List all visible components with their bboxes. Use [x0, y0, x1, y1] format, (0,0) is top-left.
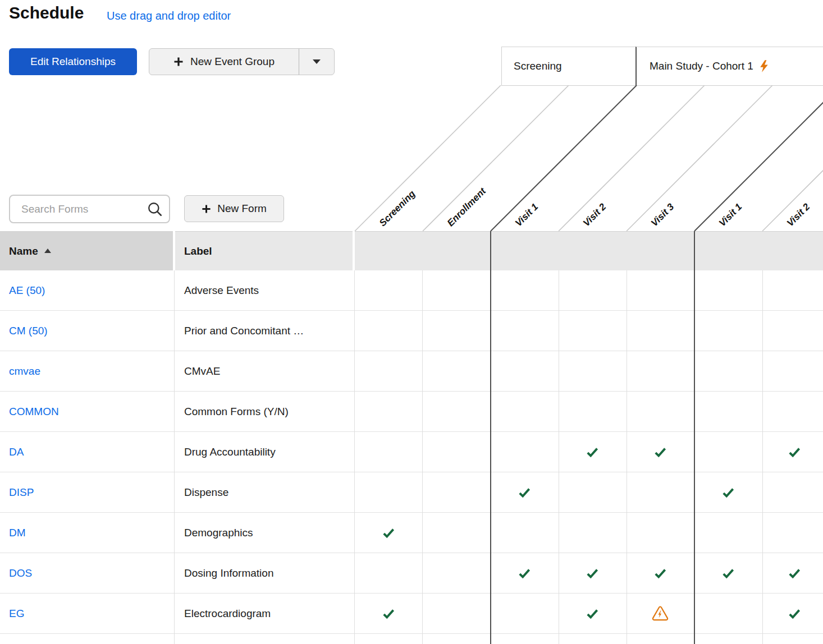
schedule-cell[interactable] [774, 432, 815, 472]
form-label: Common Forms (Y/N) [184, 392, 289, 431]
schedule-cell[interactable] [572, 513, 612, 553]
column-header-label[interactable]: Label [175, 231, 353, 270]
grid-line [762, 270, 763, 644]
schedule-cell[interactable] [708, 472, 748, 512]
check-icon [653, 567, 667, 580]
event-group-header-main-study[interactable]: Main Study - Cohort 1 [635, 47, 823, 86]
schedule-cell[interactable] [708, 270, 748, 310]
column-header-label-label: Label [184, 245, 212, 257]
form-name-link[interactable]: cmvae [9, 351, 40, 391]
schedule-cell[interactable] [436, 513, 477, 553]
schedule-cell[interactable] [436, 351, 477, 391]
schedule-cell[interactable] [504, 392, 545, 431]
table-row: DM Demographics [0, 513, 823, 553]
search-icon [147, 201, 163, 217]
schedule-cell[interactable] [640, 472, 680, 512]
form-name-link[interactable]: AE (50) [9, 270, 45, 310]
table-row: EG Electrocardiogram [0, 594, 823, 634]
new-event-group-button[interactable]: New Event Group [149, 49, 299, 75]
schedule-cell[interactable] [368, 392, 409, 431]
schedule-cell[interactable] [504, 594, 545, 633]
schedule-cell[interactable] [504, 311, 545, 351]
schedule-cell[interactable] [504, 351, 545, 391]
schedule-cell[interactable] [640, 311, 680, 351]
schedule-cell[interactable] [708, 432, 748, 472]
schedule-cell[interactable] [504, 553, 545, 593]
schedule-cell[interactable] [368, 513, 409, 553]
grid-line [174, 270, 175, 644]
search-input[interactable] [9, 195, 170, 223]
form-name-link[interactable]: DOS [9, 553, 32, 593]
schedule-cell[interactable] [572, 270, 612, 310]
schedule-cell[interactable] [436, 392, 477, 431]
schedule-cell[interactable] [708, 594, 748, 633]
schedule-cell[interactable] [640, 392, 680, 431]
schedule-cell[interactable] [504, 513, 545, 553]
check-icon [518, 567, 531, 580]
schedule-cell[interactable] [640, 351, 680, 391]
schedule-cell[interactable] [436, 270, 477, 310]
schedule-cell[interactable] [368, 311, 409, 351]
form-name-link[interactable]: COMMON [9, 392, 59, 431]
form-name-link[interactable]: EG [9, 594, 24, 633]
schedule-cell[interactable] [708, 513, 748, 553]
schedule-cell[interactable] [504, 432, 545, 472]
edit-relationships-button[interactable]: Edit Relationships [9, 48, 137, 75]
form-name-link[interactable]: DISP [9, 472, 34, 512]
schedule-cell[interactable] [640, 594, 680, 633]
schedule-cell[interactable] [708, 311, 748, 351]
group-divider-line [490, 231, 491, 644]
column-header-name[interactable]: Name [0, 231, 173, 270]
schedule-cell[interactable] [572, 392, 612, 431]
schedule-cell[interactable] [436, 311, 477, 351]
schedule-cell[interactable] [774, 472, 815, 512]
schedule-cell[interactable] [572, 311, 612, 351]
table-row: DA Drug Accountability [0, 432, 823, 472]
alert-bolt-icon [760, 60, 769, 72]
schedule-cell[interactable] [640, 553, 680, 593]
warning-icon [652, 606, 669, 622]
schedule-cell[interactable] [572, 351, 612, 391]
event-group-header-screening[interactable]: Screening [501, 47, 635, 86]
table-row-partial [0, 634, 823, 644]
schedule-cell[interactable] [368, 351, 409, 391]
form-name-link[interactable]: DM [9, 513, 26, 553]
schedule-cell[interactable] [436, 432, 477, 472]
new-event-group-label: New Event Group [190, 56, 275, 68]
schedule-cell[interactable] [368, 594, 409, 633]
schedule-cell[interactable] [368, 472, 409, 512]
schedule-cell[interactable] [640, 270, 680, 310]
schedule-cell[interactable] [774, 311, 815, 351]
schedule-cell[interactable] [774, 392, 815, 431]
schedule-cell[interactable] [504, 472, 545, 512]
schedule-cell[interactable] [708, 392, 748, 431]
schedule-cell[interactable] [368, 270, 409, 310]
check-icon [721, 567, 735, 580]
schedule-cell[interactable] [774, 513, 815, 553]
schedule-cell[interactable] [436, 594, 477, 633]
schedule-cell[interactable] [368, 553, 409, 593]
schedule-cell[interactable] [436, 472, 477, 512]
schedule-cell[interactable] [504, 270, 545, 310]
schedule-cell[interactable] [572, 472, 612, 512]
schedule-cell[interactable] [368, 432, 409, 472]
form-name-link[interactable]: DA [9, 432, 24, 472]
schedule-cell[interactable] [774, 270, 815, 310]
form-name-link[interactable]: CM (50) [9, 311, 48, 351]
form-label: Demographics [184, 513, 253, 553]
schedule-cell[interactable] [640, 432, 680, 472]
grid-line [354, 270, 355, 644]
new-event-group-menu-button[interactable] [299, 49, 334, 75]
schedule-cell[interactable] [774, 351, 815, 391]
schedule-cell[interactable] [774, 553, 815, 593]
new-form-button[interactable]: New Form [184, 195, 284, 222]
drag-drop-editor-link[interactable]: Use drag and drop editor [107, 10, 231, 22]
schedule-cell[interactable] [774, 594, 815, 633]
schedule-cell[interactable] [572, 432, 612, 472]
schedule-cell[interactable] [572, 594, 612, 633]
schedule-cell[interactable] [436, 553, 477, 593]
schedule-cell[interactable] [572, 553, 612, 593]
schedule-cell[interactable] [708, 351, 748, 391]
schedule-cell[interactable] [640, 513, 680, 553]
schedule-cell[interactable] [708, 553, 748, 593]
